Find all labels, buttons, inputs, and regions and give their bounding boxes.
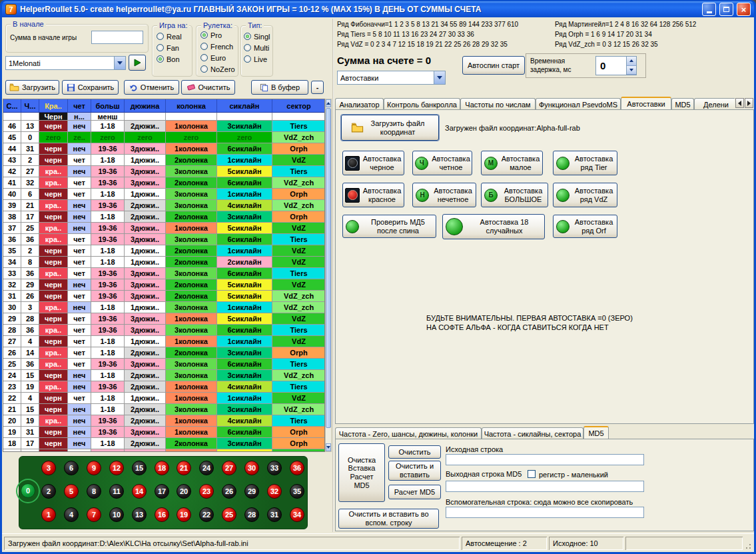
roulette-zero[interactable]: 0 xyxy=(21,483,35,498)
roulette-number[interactable]: 25 xyxy=(222,507,236,522)
roulette-number[interactable]: 28 xyxy=(244,507,259,522)
table-row[interactable]: 1728чернчет19-363дюжи..1колонка5сиклайнV… xyxy=(3,449,324,452)
table-row[interactable]: 2019кра..неч19-362дюжи..1колонка4сиклайн… xyxy=(3,415,324,427)
bet-button-2[interactable]: ЧАвтоставка четное xyxy=(412,151,472,175)
column-header[interactable]: больш xyxy=(91,99,125,113)
roulette-number[interactable]: 23 xyxy=(199,484,214,499)
radio-euro[interactable]: Euro xyxy=(200,52,235,63)
radio-fan[interactable]: Fan xyxy=(157,42,182,53)
roulette-number[interactable]: 27 xyxy=(222,461,236,475)
table-row[interactable]: 4431черннеч19-363дюжи..1колонка6сиклайнO… xyxy=(3,143,324,155)
roulette-number[interactable]: 7 xyxy=(87,507,101,522)
roulette-number[interactable]: 33 xyxy=(267,461,282,475)
tab-scroll-right-button[interactable] xyxy=(745,98,753,108)
table-row[interactable]: 2415черннеч1-182дюжи..3колонка3сиклайнVd… xyxy=(3,370,324,381)
radio-live[interactable]: Live xyxy=(244,53,270,65)
table-row[interactable]: 3817черннеч1-182дюжи..2колонка3сиклайнOr… xyxy=(3,211,324,223)
scroll-down-button[interactable] xyxy=(326,443,331,451)
roulette-number[interactable]: 4 xyxy=(64,507,79,522)
autospin-start-button[interactable]: Автоспин старт xyxy=(462,56,525,75)
roulette-number[interactable]: 11 xyxy=(109,484,124,499)
tab-main-2[interactable]: Контроль банкролла xyxy=(384,98,460,110)
roulette-number[interactable]: 34 xyxy=(290,507,304,522)
table-row[interactable]: 4613черннеч1-182дюжи..1колонка3сиклайнTi… xyxy=(3,121,324,132)
roulette-number[interactable]: 6 xyxy=(64,461,79,475)
load-button[interactable]: Загрузить xyxy=(5,80,59,95)
register-checkbox[interactable] xyxy=(528,470,536,478)
md5-clear-button[interactable]: Очистить xyxy=(388,445,441,459)
load-coords-button[interactable]: Загрузить файл координат xyxy=(341,115,439,141)
column-header[interactable]: Ч... xyxy=(21,99,39,113)
title-bar[interactable]: 7 HelperRoullet 5.0- create helperroulle… xyxy=(2,1,754,17)
roulette-number[interactable]: 20 xyxy=(177,484,191,499)
play-button[interactable] xyxy=(129,55,146,71)
roulette-number[interactable]: 9 xyxy=(87,461,101,475)
delay-spinner[interactable]: 0 xyxy=(595,56,637,75)
table-row[interactable]: 2614кра..чет1-182дюжи..2колонка3сиклайнO… xyxy=(3,347,324,359)
table-row[interactable]: 4227кра..неч19-363дюжи..3колонка5сиклайн… xyxy=(3,166,324,177)
tab-main-5[interactable]: Автоставки xyxy=(621,97,671,110)
table-row[interactable]: 274чернчет1-181дюжи..1колонка1сиклайнVdZ xyxy=(3,336,324,347)
autobet-combo[interactable]: Автоставки xyxy=(337,71,446,85)
roulette-number[interactable]: 19 xyxy=(177,507,191,522)
roulette-number[interactable]: 17 xyxy=(155,484,169,499)
copy-buffer-button[interactable]: В буфер xyxy=(251,80,308,95)
bet-button-4[interactable]: Автоставка ряд Tier xyxy=(553,151,617,175)
tab-main-1[interactable]: Анализатор xyxy=(335,98,384,110)
minus-button[interactable]: - xyxy=(311,81,324,94)
start-sum-input[interactable] xyxy=(91,31,143,44)
roulette-number[interactable]: 3 xyxy=(41,461,56,475)
table-row[interactable]: 2836кра..чет19-363дюжи..3колонка6сиклайн… xyxy=(3,325,324,336)
roulette-number[interactable]: 5 xyxy=(64,484,79,499)
roulette-number[interactable]: 29 xyxy=(244,484,259,499)
bet-button-5[interactable]: Автоставка красное xyxy=(342,183,404,207)
table-row[interactable]: 1931черннеч19-363дюжи..1колонка6сиклайнO… xyxy=(3,427,324,438)
bet-button-9[interactable]: Проверить МД5 после спина xyxy=(342,215,436,238)
roulette-number[interactable]: 32 xyxy=(267,484,282,499)
tab-main-7[interactable]: Делени xyxy=(694,98,735,110)
roulette-number[interactable]: 21 xyxy=(177,461,191,475)
undo-button[interactable]: Отменить xyxy=(124,80,179,95)
roulette-number[interactable]: 36 xyxy=(290,461,304,475)
roulette-number[interactable]: 1 xyxy=(41,507,56,522)
scroll-up-button[interactable] xyxy=(326,99,331,107)
table-row[interactable]: 3126чернчет19-363дюжи..2колонка5сиклайнV… xyxy=(3,291,324,302)
radio-singl[interactable]: Singl xyxy=(244,31,270,42)
table-row[interactable]: 2928чернчет19-363дюжи..1колонка5сиклайнV… xyxy=(3,313,324,325)
tab-freq-3[interactable]: MD5 xyxy=(583,426,609,439)
column-header[interactable]: сиклайн xyxy=(217,99,272,113)
table-row[interactable]: 3921кра..неч19-362дюжи..3колонка4сиклайн… xyxy=(3,200,324,211)
close-button[interactable]: × xyxy=(737,3,751,16)
save-button[interactable]: Сохранить xyxy=(62,80,119,95)
table-row[interactable]: 1817черннеч1-182дюжи..2колонка3сиклайнOr… xyxy=(3,438,324,449)
roulette-number[interactable]: 12 xyxy=(109,461,124,475)
roulette-number[interactable]: 31 xyxy=(267,507,282,522)
table-row[interactable]: 2319кра..неч19-362дюжи..1колонка4сиклайн… xyxy=(3,381,324,393)
roulette-number[interactable]: 8 xyxy=(87,484,101,499)
bet-button-8[interactable]: Автоставка ряд VdZ xyxy=(553,183,617,207)
table-row[interactable]: 352чернчет1-181дюжи..2колонка1сиклайнVdZ xyxy=(3,245,324,257)
bet-button-10[interactable]: Автоставка 18 случайных xyxy=(442,214,545,239)
preset-combo[interactable]: 1Melonati xyxy=(5,56,126,70)
table-row[interactable]: 348чернчет1-181дюжи..2колонка2сиклайнVdZ xyxy=(3,257,324,268)
resize-grip[interactable] xyxy=(744,542,752,550)
column-header[interactable]: С... xyxy=(3,99,21,113)
table-scrollbar[interactable] xyxy=(325,99,332,452)
column-header[interactable]: колонка xyxy=(166,99,217,113)
radio-nozero[interactable]: NoZero xyxy=(200,63,235,75)
tab-main-4[interactable]: Функционал PsevdoMS xyxy=(536,98,621,110)
table-row-partial[interactable]: Чернн...менш xyxy=(3,113,324,121)
source-string-input[interactable] xyxy=(446,454,644,465)
bet-button-6[interactable]: НАвтоставка нечетное xyxy=(412,183,476,207)
tab-scroll-left-button[interactable] xyxy=(735,98,744,108)
radio-multi[interactable]: Multi xyxy=(244,42,270,53)
table-row[interactable]: 3229черннеч19-363дюжи..2колонка5сиклайнV… xyxy=(3,279,324,291)
md5-clear-paste-button[interactable]: Очистить и вставить xyxy=(388,461,441,481)
radio-bon[interactable]: Bon xyxy=(157,53,182,65)
md5-calc-button[interactable]: Расчет MD5 xyxy=(388,485,441,499)
roulette-number[interactable]: 13 xyxy=(132,507,147,522)
roulette-number[interactable]: 35 xyxy=(290,484,304,499)
clear-button[interactable]: Очистить xyxy=(181,80,235,95)
table-row[interactable]: 450zeroze..zerozerozerozeroVdZ_zch xyxy=(3,132,324,143)
table-row[interactable]: 432чернчет1-181дюжи..2колонка1сиклайнVdZ xyxy=(3,155,324,166)
